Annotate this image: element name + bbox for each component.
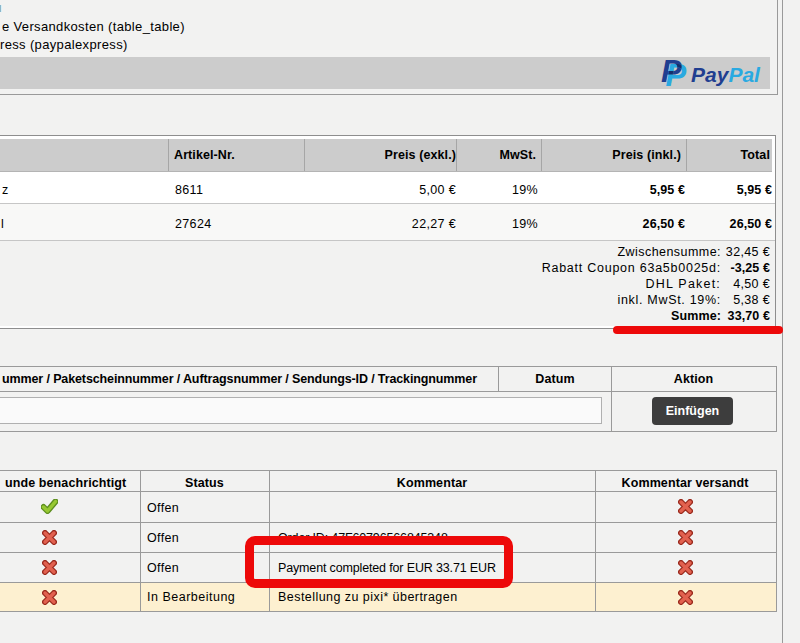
svg-text:PayPal: PayPal xyxy=(691,63,761,86)
